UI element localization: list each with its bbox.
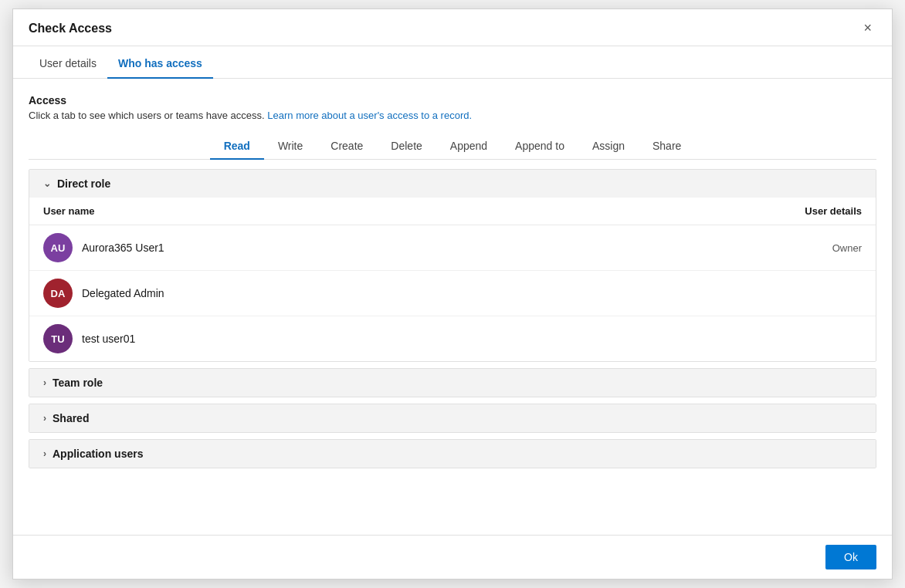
user-info-1: AU Aurora365 User1 (43, 233, 164, 262)
section-header-shared[interactable]: › Shared (29, 404, 876, 432)
perm-tab-create[interactable]: Create (317, 133, 377, 160)
access-section: Access Click a tab to see which users or… (29, 94, 876, 121)
user-role-1: Owner (832, 242, 862, 254)
section-header-application-users[interactable]: › Application users (29, 440, 876, 468)
user-info-3: TU test user01 (43, 324, 135, 353)
perm-tab-append-to[interactable]: Append to (501, 133, 578, 160)
table-row: DA Delegated Admin (29, 271, 876, 316)
tab-user-details[interactable]: User details (29, 49, 107, 79)
section-body-direct-role: User name User details AU Aurora365 User… (29, 198, 876, 361)
table-header: User name User details (29, 198, 876, 225)
chevron-right-icon: › (43, 448, 46, 459)
ok-button[interactable]: Ok (825, 545, 876, 569)
perm-tab-read[interactable]: Read (210, 133, 264, 160)
section-team-role: › Team role (29, 368, 876, 397)
section-shared: › Shared (29, 404, 876, 433)
user-name-1: Aurora365 User1 (82, 242, 164, 254)
perm-tab-write[interactable]: Write (264, 133, 317, 160)
section-label-application-users: Application users (53, 448, 143, 460)
access-description: Click a tab to see which users or teams … (29, 110, 876, 121)
close-button[interactable]: × (859, 19, 876, 38)
perm-tab-assign[interactable]: Assign (578, 133, 639, 160)
dialog-body: Access Click a tab to see which users or… (13, 79, 892, 535)
table-row: TU test user01 (29, 316, 876, 361)
perm-tab-delete[interactable]: Delete (377, 133, 436, 160)
avatar: AU (43, 233, 73, 262)
access-title: Access (29, 94, 876, 106)
user-name-3: test user01 (82, 333, 135, 345)
section-application-users: › Application users (29, 439, 876, 468)
perm-tab-append[interactable]: Append (436, 133, 501, 160)
tab-who-has-access[interactable]: Who has access (107, 49, 213, 79)
section-header-direct-role[interactable]: ⌄ Direct role (29, 170, 876, 198)
permission-tabs: Read Write Create Delete Append Append t… (29, 133, 876, 160)
check-access-dialog: Check Access × User details Who has acce… (12, 8, 893, 580)
section-direct-role: ⌄ Direct role User name User details AU … (29, 169, 876, 362)
main-tabs: User details Who has access (13, 49, 892, 79)
learn-more-link[interactable]: Learn more about a user's access to a re… (267, 110, 472, 121)
avatar: DA (43, 279, 73, 308)
user-info-2: DA Delegated Admin (43, 279, 164, 308)
col-user-name: User name (43, 205, 94, 217)
perm-tab-share[interactable]: Share (639, 133, 695, 160)
user-name-2: Delegated Admin (82, 287, 164, 299)
section-label-team-role: Team role (53, 377, 103, 389)
table-row: AU Aurora365 User1 Owner (29, 225, 876, 271)
chevron-right-icon: › (43, 413, 46, 424)
col-user-details: User details (805, 205, 862, 217)
dialog-header: Check Access × (13, 9, 892, 46)
avatar: TU (43, 324, 73, 353)
section-label-shared: Shared (53, 412, 89, 424)
dialog-footer: Ok (13, 535, 892, 579)
chevron-right-icon: › (43, 377, 46, 388)
chevron-down-icon: ⌄ (43, 178, 51, 189)
section-header-team-role[interactable]: › Team role (29, 369, 876, 397)
dialog-title: Check Access (29, 22, 112, 35)
section-label-direct-role: Direct role (57, 177, 110, 190)
sections-container: ⌄ Direct role User name User details AU … (29, 169, 876, 468)
